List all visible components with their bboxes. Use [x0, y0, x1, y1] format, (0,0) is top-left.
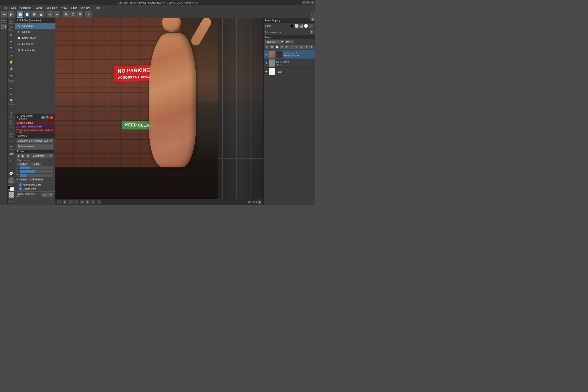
menu-window[interactable]: Window	[79, 6, 92, 10]
minimize-btn[interactable]: ─	[302, 1, 306, 4]
layer-vis-layer1[interactable]: 👁	[264, 61, 268, 65]
effect-more-btn[interactable]: ⬩	[308, 24, 313, 28]
close-btn[interactable]: ✕	[310, 1, 314, 4]
layer-tb-10[interactable]: 🗑	[309, 45, 314, 50]
canvas-nav-4[interactable]: ↕	[74, 200, 78, 204]
menu-help[interactable]: Help	[93, 6, 102, 10]
save-btn[interactable]: 💾	[38, 11, 44, 18]
tp-ground-btn[interactable]: Ground	[30, 162, 42, 166]
tp-selectable-dropdown[interactable]: Selectable object ▼	[16, 144, 54, 149]
right-sidebar-1[interactable]: ⬛	[311, 12, 315, 16]
effect-white[interactable]	[304, 24, 308, 28]
layer-item-genesis[interactable]: 👁 100 % Normal Genesis 8 Male	[264, 50, 315, 59]
reset-display-lt-btn[interactable]: ● Reset Display	[8, 177, 14, 184]
menu-filter[interactable]: Filter	[69, 6, 78, 10]
layer-tb-1[interactable]: ◻	[264, 45, 269, 50]
tp-close-btn[interactable]: ✕	[50, 116, 54, 119]
select2-btn[interactable]: ⊠	[76, 11, 83, 18]
clear-lt-btn[interactable]: Clear	[8, 198, 14, 204]
right-sidebar-2[interactable]: ▲	[311, 17, 315, 21]
eraser-lt-btn[interactable]: ◻	[8, 125, 14, 131]
layer-tb-8[interactable]: ▶	[299, 45, 304, 50]
open-btn[interactable]: 📂	[31, 11, 38, 18]
flip-v-lt-btn[interactable]: ⇅ Flip Vertical	[8, 112, 14, 118]
sub-tool-edit-timeline[interactable]: ▤ Edit timeline	[15, 47, 55, 53]
layer-item-layer1[interactable]: 👁 100 % Normal Layer 1	[264, 59, 315, 68]
hand-lt-btn[interactable]: ✋	[8, 59, 14, 65]
scissors-lt-btn[interactable]: ✄ Cut	[8, 118, 14, 125]
nav-fwd-btn[interactable]: ▶	[8, 11, 14, 18]
effect-black[interactable]	[290, 24, 294, 28]
tp-outline-width-checkbox[interactable]	[19, 188, 22, 190]
layer-tb-2[interactable]: ▨	[270, 45, 274, 50]
layer-tb-7[interactable]: +	[294, 45, 299, 50]
increase-brush-lt-btn[interactable]: ▲	[8, 52, 14, 58]
tp-3d-play-btn[interactable]: ▶	[21, 154, 26, 158]
effect-gradient[interactable]	[299, 24, 304, 28]
sub-tool-operation[interactable]: ⊕ Operation	[15, 22, 55, 29]
zoom100-lt-btn[interactable]: 100%	[8, 151, 14, 157]
quick-access-set[interactable]: Set 1 ▼	[1, 24, 7, 30]
menu-selection[interactable]: Selection	[44, 6, 59, 10]
decrease-brush-lt-btn[interactable]: ▼	[8, 73, 14, 79]
tp-angle-btn[interactable]: Angle	[19, 178, 28, 181]
tp-expand-light[interactable]: +	[16, 184, 18, 186]
background-swatch[interactable]	[10, 187, 14, 192]
menu-view[interactable]: View	[59, 6, 69, 10]
layer-tb-3[interactable]: ⬜	[274, 45, 279, 50]
redo-lt-btn[interactable]: ↪ Redo	[8, 26, 14, 32]
tp-apply-light-checkbox[interactable]	[19, 184, 22, 186]
nav-back-btn[interactable]: ◀	[1, 11, 8, 18]
tp-z-slider[interactable]	[20, 174, 54, 177]
layer-tb-9[interactable]: ⊞	[304, 45, 309, 50]
select-btn[interactable]: ◫	[70, 11, 76, 18]
help-btn[interactable]: ?	[85, 11, 92, 18]
layer-tb-5[interactable]: T	[284, 45, 289, 50]
canvas-nav-3[interactable]: ↔	[68, 200, 73, 204]
tp-3d-del-btn[interactable]: 🗑	[26, 154, 30, 158]
paste-lt-btn[interactable]: ⏎ Paste	[8, 144, 14, 151]
layer-vis-paper[interactable]: 👁	[264, 70, 268, 74]
menu-file[interactable]: File	[1, 6, 9, 10]
tp-x-slider[interactable]	[20, 166, 54, 170]
tp-3d-vis-btn[interactable]: 👁	[16, 154, 21, 158]
effect-checker[interactable]	[294, 24, 299, 28]
layer-opacity-input[interactable]	[285, 40, 294, 44]
tp-display-dropdown[interactable]: Fast ▼	[40, 193, 54, 197]
layer-lt-btn[interactable]: ≡	[8, 38, 14, 45]
ellipse-lt-btn[interactable]: ○	[8, 157, 14, 164]
canvas-nav-6[interactable]: ⊞	[85, 200, 90, 204]
canvas-nav-8[interactable]: ▷	[96, 200, 101, 204]
fill-lt-btn[interactable]: ▪	[8, 138, 14, 144]
layer-item-paper[interactable]: 👁 Paper	[264, 68, 315, 76]
tp-backstreets-dropdown[interactable]: Backstreets ▼	[30, 154, 54, 158]
pen-lt-btn[interactable]: ✎	[8, 45, 14, 51]
text-lt-btn[interactable]: T	[8, 164, 14, 170]
tp-operation-dropdown[interactable]: Operation of transparent part. ▼	[16, 138, 54, 143]
sub-tool-select-layer[interactable]: ◼ Select layer	[15, 35, 55, 41]
tp-expand-angle[interactable]: +	[16, 178, 18, 181]
layer-tb-4[interactable]: 🖊	[280, 45, 284, 50]
flip-h-lt-btn[interactable]: ⇄ Flip Horizontal	[8, 98, 14, 105]
tool-nav-search-btn[interactable]: 🔍	[310, 30, 314, 34]
layer-vis-genesis[interactable]: 👁	[264, 52, 268, 56]
eye-lt-btn[interactable]: ◉	[8, 65, 14, 72]
sub-tool-object[interactable]: ◻ Object	[15, 29, 55, 35]
checker-swatch[interactable]	[8, 192, 14, 198]
canvas-settings-btn[interactable]: ⚙	[258, 200, 262, 204]
tp-preset-btn[interactable]: ⟳ Preset ▼	[29, 178, 44, 181]
menu-layer[interactable]: Layer	[34, 6, 44, 10]
canvas-nav-7[interactable]: ✚	[91, 200, 96, 204]
maximize-btn[interactable]: □	[306, 1, 310, 4]
transform-btn[interactable]: ⊞	[62, 11, 69, 18]
tp-save-btn[interactable]: 💾	[41, 116, 45, 119]
balloon-lt-btn[interactable]: 💬	[8, 170, 14, 176]
lasso-lt-btn[interactable]: ⌖	[8, 85, 14, 92]
move-lt-btn[interactable]: ✥	[8, 32, 14, 38]
canvas-nav-2[interactable]: ⟳	[62, 200, 67, 204]
pen2-lt-btn[interactable]: ✏	[8, 92, 14, 98]
sub-tool-light-table[interactable]: ◈ Light table	[15, 41, 55, 47]
copy-lt-btn[interactable]: ⧉ Copy	[8, 132, 14, 138]
canvas-area[interactable]: NO PARKING ACROSS ENTRANCE KEEP CLEAR 33…	[55, 18, 264, 205]
pen3-lt-btn[interactable]: /	[8, 105, 14, 112]
